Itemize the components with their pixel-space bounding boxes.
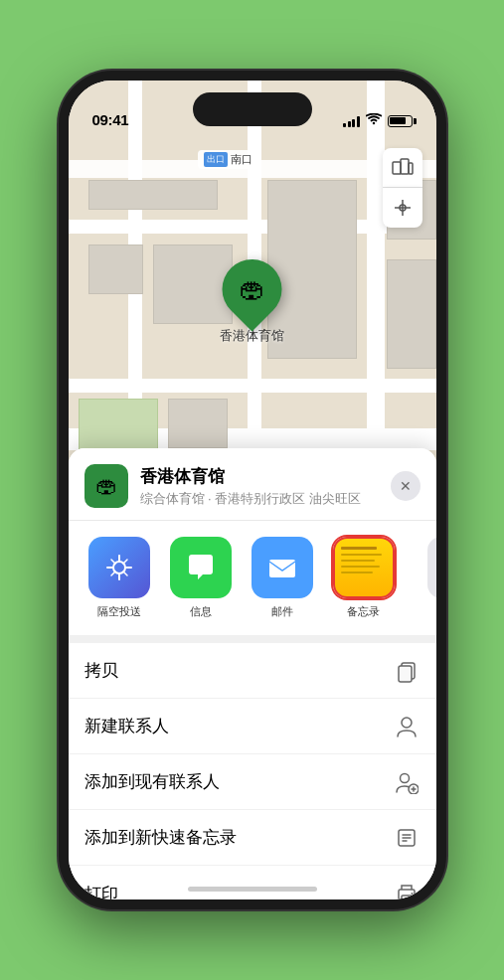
message-label: 信息 xyxy=(190,604,212,619)
action-quick-note[interactable]: 添加到新快速备忘录 xyxy=(69,810,436,866)
status-time: 09:41 xyxy=(92,111,129,128)
person-add-icon xyxy=(393,768,420,796)
svg-rect-0 xyxy=(393,162,401,174)
bottom-sheet: 🏟 香港体育馆 综合体育馆 · 香港特别行政区 油尖旺区 ✕ 隔空投送 xyxy=(69,448,436,899)
phone-frame: 09:41 xyxy=(59,71,446,909)
pin-icon: 🏟 xyxy=(240,274,265,305)
location-header: 🏟 香港体育馆 综合体育馆 · 香港特别行政区 油尖旺区 ✕ xyxy=(69,448,436,521)
dynamic-island xyxy=(193,92,312,126)
more-icon xyxy=(427,537,436,598)
wifi-icon xyxy=(366,113,382,128)
action-add-existing-label: 添加到现有联系人 xyxy=(84,770,220,793)
location-subtitle: 综合体育馆 · 香港特别行政区 油尖旺区 xyxy=(140,490,379,508)
print-icon xyxy=(393,880,420,907)
action-new-contact-label: 新建联系人 xyxy=(84,715,169,737)
mail-icon xyxy=(252,537,313,598)
label-text: 南口 xyxy=(231,152,252,167)
map-area[interactable]: 出口 南口 🏟 香港体育馆 xyxy=(69,81,436,508)
share-notes[interactable]: 备忘录 xyxy=(329,537,399,619)
share-row: 隔空投送 信息 邮件 xyxy=(69,521,436,643)
share-more[interactable]: 提 xyxy=(411,537,436,619)
close-button[interactable]: ✕ xyxy=(391,471,420,501)
svg-point-8 xyxy=(402,718,412,728)
map-label: 出口 南口 xyxy=(198,150,258,169)
location-button[interactable] xyxy=(383,188,422,228)
location-info: 香港体育馆 综合体育馆 · 香港特别行政区 油尖旺区 xyxy=(140,465,379,508)
action-copy-label: 拷贝 xyxy=(84,659,118,682)
notes-icon xyxy=(333,537,395,598)
action-copy[interactable]: 拷贝 xyxy=(69,643,436,699)
exit-icon: 出口 xyxy=(204,152,228,167)
svg-rect-13 xyxy=(402,896,412,901)
share-airdrop[interactable]: 隔空投送 xyxy=(84,537,154,619)
note-icon xyxy=(393,824,420,852)
venue-icon: 🏟 xyxy=(84,464,128,508)
svg-point-9 xyxy=(400,773,409,782)
stadium-pin[interactable]: 🏟 香港体育馆 xyxy=(220,259,284,345)
status-icons xyxy=(343,113,413,128)
action-list: 拷贝 新建联系人 添 xyxy=(69,643,436,909)
svg-rect-2 xyxy=(409,163,413,174)
action-quick-note-label: 添加到新快速备忘录 xyxy=(84,826,237,849)
share-message[interactable]: 信息 xyxy=(166,537,236,619)
action-new-contact[interactable]: 新建联系人 xyxy=(69,699,436,754)
svg-rect-5 xyxy=(269,560,295,577)
share-mail[interactable]: 邮件 xyxy=(248,537,317,619)
notes-label: 备忘录 xyxy=(347,604,380,619)
location-name: 香港体育馆 xyxy=(140,465,379,488)
person-icon xyxy=(393,713,420,740)
battery-icon xyxy=(388,115,413,127)
message-icon xyxy=(170,537,232,598)
map-type-button[interactable] xyxy=(383,148,422,188)
svg-rect-1 xyxy=(401,159,409,174)
pin-circle: 🏟 xyxy=(210,247,294,332)
airdrop-label: 隔空投送 xyxy=(97,604,141,619)
home-indicator xyxy=(188,887,317,892)
svg-point-14 xyxy=(411,893,413,895)
copy-icon xyxy=(393,657,420,685)
map-controls xyxy=(383,148,422,228)
airdrop-icon xyxy=(88,537,150,598)
svg-rect-7 xyxy=(399,666,412,682)
action-add-existing[interactable]: 添加到现有联系人 xyxy=(69,754,436,810)
mail-label: 邮件 xyxy=(271,604,293,619)
action-print-label: 打印 xyxy=(84,883,118,905)
signal-icon xyxy=(343,115,360,127)
